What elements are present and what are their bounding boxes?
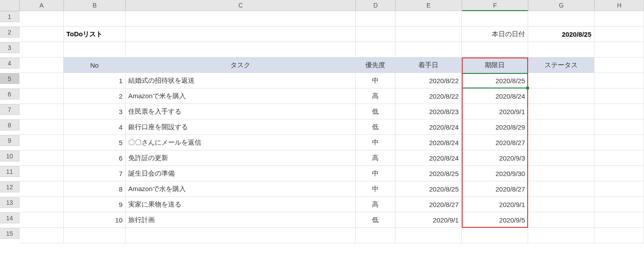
- cell-E15[interactable]: [395, 228, 462, 243]
- cell-E14[interactable]: 2020/9/1: [395, 212, 462, 228]
- cell-B3[interactable]: [64, 42, 126, 58]
- cell-F7[interactable]: 2020/9/1: [462, 104, 528, 119]
- cell-A2[interactable]: [19, 27, 64, 42]
- cell-E10[interactable]: 2020/8/24: [395, 150, 462, 166]
- cell-G11[interactable]: [528, 166, 594, 181]
- cell-D11[interactable]: 中: [356, 166, 395, 181]
- cell-E2[interactable]: [395, 27, 462, 42]
- cell-B7[interactable]: 3: [64, 104, 126, 119]
- cell-C12[interactable]: Amazonで水を購入: [126, 181, 356, 197]
- cell-A14[interactable]: [19, 212, 64, 228]
- header-priority[interactable]: 優先度: [356, 58, 395, 73]
- cell-A9[interactable]: [19, 135, 64, 150]
- cell-D14[interactable]: 低: [356, 212, 395, 228]
- row-header-10[interactable]: 10: [0, 150, 19, 161]
- cell-H15[interactable]: [594, 228, 644, 243]
- cell-H9[interactable]: [594, 135, 644, 150]
- row-header-1[interactable]: 1: [0, 11, 19, 22]
- cell-C5[interactable]: 結婚式の招待状を返送: [126, 73, 356, 88]
- cell-H10[interactable]: [594, 150, 644, 166]
- col-header-H[interactable]: H: [594, 0, 644, 11]
- row-header-2[interactable]: 2: [0, 27, 19, 38]
- cell-C11[interactable]: 誕生日会の準備: [126, 166, 356, 181]
- cell-G13[interactable]: [528, 197, 594, 212]
- cell-A5[interactable]: [19, 73, 64, 88]
- cell-B15[interactable]: [64, 228, 126, 243]
- cell-H3[interactable]: [594, 42, 644, 58]
- cell-G9[interactable]: [528, 135, 594, 150]
- cell-C2[interactable]: [126, 27, 356, 42]
- cell-E9[interactable]: 2020/8/24: [395, 135, 462, 150]
- cell-F12[interactable]: 2020/8/27: [462, 181, 528, 197]
- cell-E3[interactable]: [395, 42, 462, 58]
- cell-H2[interactable]: [594, 27, 644, 42]
- cell-F1[interactable]: [462, 11, 528, 27]
- cell-G8[interactable]: [528, 119, 594, 135]
- row-header-8[interactable]: 8: [0, 119, 19, 130]
- row-header-3[interactable]: 3: [0, 42, 19, 53]
- cell-C9[interactable]: 〇〇さんにメールを返信: [126, 135, 356, 150]
- cell-H1[interactable]: [594, 11, 644, 27]
- cell-A13[interactable]: [19, 197, 64, 212]
- cell-B8[interactable]: 4: [64, 119, 126, 135]
- header-no[interactable]: No: [64, 58, 126, 73]
- cell-D10[interactable]: 高: [356, 150, 395, 166]
- cell-G15[interactable]: [528, 228, 594, 243]
- cell-G5[interactable]: [528, 73, 594, 88]
- cell-G10[interactable]: [528, 150, 594, 166]
- cell-C10[interactable]: 免許証の更新: [126, 150, 356, 166]
- cell-E13[interactable]: 2020/8/27: [395, 197, 462, 212]
- cell-B12[interactable]: 8: [64, 181, 126, 197]
- row-header-9[interactable]: 9: [0, 135, 19, 146]
- cell-D8[interactable]: 低: [356, 119, 395, 135]
- cell-H5[interactable]: [594, 73, 644, 88]
- header-deadline[interactable]: 期限日: [462, 58, 528, 73]
- row-header-6[interactable]: 6: [0, 88, 19, 100]
- cell-B13[interactable]: 9: [64, 197, 126, 212]
- row-header-13[interactable]: 13: [0, 197, 19, 208]
- cell-D12[interactable]: 中: [356, 181, 395, 197]
- cell-A7[interactable]: [19, 104, 64, 119]
- cell-F13[interactable]: 2020/9/1: [462, 197, 528, 212]
- cell-D13[interactable]: 高: [356, 197, 395, 212]
- header-status[interactable]: ステータス: [528, 58, 594, 73]
- col-header-E[interactable]: E: [395, 0, 462, 11]
- cell-F5[interactable]: 2020/8/25: [462, 73, 528, 88]
- cell-D15[interactable]: [356, 228, 395, 243]
- cell-E11[interactable]: 2020/8/25: [395, 166, 462, 181]
- row-header-7[interactable]: 7: [0, 104, 19, 115]
- cell-A8[interactable]: [19, 119, 64, 135]
- col-header-B[interactable]: B: [64, 0, 126, 11]
- cell-H12[interactable]: [594, 181, 644, 197]
- cell-F6[interactable]: 2020/8/24: [462, 88, 528, 104]
- header-task[interactable]: タスク: [126, 58, 356, 73]
- row-header-12[interactable]: 12: [0, 181, 19, 192]
- cell-D1[interactable]: [356, 11, 395, 27]
- cell-B6[interactable]: 2: [64, 88, 126, 104]
- header-start[interactable]: 着手日: [395, 58, 462, 73]
- cell-C13[interactable]: 実家に果物を送る: [126, 197, 356, 212]
- cell-E1[interactable]: [395, 11, 462, 27]
- spreadsheet-grid[interactable]: A B C D E F G H 1 2 ToDoリスト 本日の日付 2020/8…: [0, 0, 644, 243]
- cell-H4[interactable]: [594, 58, 644, 73]
- cell-G7[interactable]: [528, 104, 594, 119]
- cell-A11[interactable]: [19, 166, 64, 181]
- col-header-D[interactable]: D: [356, 0, 395, 11]
- cell-A4[interactable]: [19, 58, 64, 73]
- col-header-F[interactable]: F: [462, 0, 528, 11]
- cell-A10[interactable]: [19, 150, 64, 166]
- cell-B11[interactable]: 7: [64, 166, 126, 181]
- cell-E7[interactable]: 2020/8/23: [395, 104, 462, 119]
- cell-D5[interactable]: 中: [356, 73, 395, 88]
- cell-H6[interactable]: [594, 88, 644, 104]
- cell-B5[interactable]: 1: [64, 73, 126, 88]
- cell-E5[interactable]: 2020/8/22: [395, 73, 462, 88]
- cell-E12[interactable]: 2020/8/25: [395, 181, 462, 197]
- cell-C7[interactable]: 住民票を入手する: [126, 104, 356, 119]
- cell-H11[interactable]: [594, 166, 644, 181]
- cell-B2-title[interactable]: ToDoリスト: [64, 27, 126, 42]
- select-all-corner[interactable]: [0, 0, 19, 11]
- cell-F2-today-label[interactable]: 本日の日付: [462, 27, 528, 42]
- cell-D2[interactable]: [356, 27, 395, 42]
- cell-A1[interactable]: [19, 11, 64, 27]
